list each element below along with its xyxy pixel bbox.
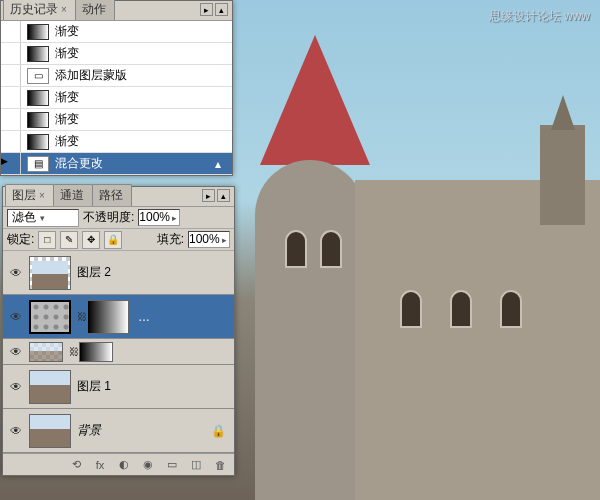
history-label: 渐变 bbox=[55, 89, 232, 106]
more-icon[interactable]: … bbox=[135, 310, 153, 324]
close-icon[interactable]: × bbox=[39, 190, 45, 201]
history-row[interactable]: 渐变 bbox=[1, 21, 232, 43]
lock-transparency-button[interactable]: □ bbox=[38, 231, 56, 249]
history-label: 渐变 bbox=[55, 45, 232, 62]
mask-thumbnail[interactable] bbox=[79, 342, 113, 362]
mask-link-icon[interactable]: ⛓ bbox=[69, 346, 79, 357]
adjustment-layer-button[interactable]: ◉ bbox=[140, 458, 156, 472]
dropdown-icon: ▾ bbox=[40, 213, 45, 223]
layer-thumbnail[interactable] bbox=[29, 370, 71, 404]
tab-actions[interactable]: 动作 bbox=[75, 0, 115, 20]
lock-fill-row: 锁定: □ ✎ ✥ 🔒 填充: 100% bbox=[3, 229, 234, 251]
layer-thumbnail[interactable] bbox=[29, 300, 71, 334]
history-tabbar: 历史记录× 动作 ▸ ▴ bbox=[1, 1, 232, 21]
castle-main bbox=[355, 180, 600, 500]
history-panel: 历史记录× 动作 ▸ ▴ 渐变 渐变 ▭添加图层蒙版 渐变 渐变 渐变 ▶▤混合… bbox=[0, 0, 233, 176]
castle-window bbox=[500, 290, 522, 328]
tab-channels[interactable]: 通道 bbox=[53, 184, 93, 206]
panel-collapse-icon[interactable]: ▴ bbox=[215, 3, 228, 16]
blend-mode-select[interactable]: 滤色▾ bbox=[7, 209, 79, 227]
history-label: 渐变 bbox=[55, 133, 232, 150]
history-row[interactable]: 渐变 bbox=[1, 131, 232, 153]
history-label: 渐变 bbox=[55, 111, 232, 128]
layer-row[interactable]: 图层 2 bbox=[3, 251, 234, 295]
link-layers-button[interactable]: ⟲ bbox=[68, 458, 84, 472]
opacity-input[interactable]: 100% bbox=[138, 209, 180, 226]
castle-tower-right bbox=[540, 125, 585, 225]
layer-name[interactable]: 图层 2 bbox=[77, 264, 230, 281]
visibility-toggle[interactable] bbox=[7, 422, 25, 440]
new-layer-button[interactable]: ◫ bbox=[188, 458, 204, 472]
tab-paths[interactable]: 路径 bbox=[92, 184, 132, 206]
layer-row-background[interactable]: 背景 🔒 bbox=[3, 409, 234, 453]
tab-layers[interactable]: 图层× bbox=[5, 184, 54, 206]
fill-label: 填充: bbox=[157, 231, 184, 248]
watermark-line: 思缘设计论坛 www bbox=[489, 8, 590, 25]
history-row[interactable]: 渐变 bbox=[1, 87, 232, 109]
layers-footer: ⟲ fx ◐ ◉ ▭ ◫ 🗑 bbox=[3, 453, 234, 475]
layers-tabbar: 图层× 通道 路径 ▸ ▴ bbox=[3, 187, 234, 207]
history-row[interactable]: ▭添加图层蒙版 bbox=[1, 65, 232, 87]
delete-layer-button[interactable]: 🗑 bbox=[212, 458, 228, 472]
castle-window bbox=[285, 230, 307, 268]
layer-thumbnail[interactable] bbox=[29, 342, 63, 362]
blend-opacity-row: 滤色▾ 不透明度: 100% bbox=[3, 207, 234, 229]
scroll-arrow-icon[interactable]: ▴ bbox=[215, 157, 226, 171]
lock-position-button[interactable]: ✥ bbox=[82, 231, 100, 249]
layer-thumbnail[interactable] bbox=[29, 414, 71, 448]
opacity-label: 不透明度: bbox=[83, 209, 134, 226]
castle-window bbox=[320, 230, 342, 268]
tab-history[interactable]: 历史记录× bbox=[3, 0, 76, 20]
layer-row-selected[interactable]: ⛓ … bbox=[3, 295, 234, 339]
history-label: 渐变 bbox=[55, 23, 232, 40]
layer-row[interactable]: 图层 1 bbox=[3, 365, 234, 409]
history-row[interactable]: 渐变 bbox=[1, 43, 232, 65]
lock-icon: 🔒 bbox=[211, 424, 226, 438]
layer-thumbnail[interactable] bbox=[29, 256, 71, 290]
visibility-toggle[interactable] bbox=[7, 378, 25, 396]
history-label: 添加图层蒙版 bbox=[55, 67, 232, 84]
close-icon[interactable]: × bbox=[61, 4, 67, 15]
lock-label: 锁定: bbox=[7, 231, 34, 248]
blend-mode-value: 滤色 bbox=[12, 209, 36, 226]
mask-thumbnail[interactable] bbox=[87, 300, 129, 334]
fx-button[interactable]: fx bbox=[92, 458, 108, 472]
history-row-selected[interactable]: ▶▤混合更改▴ bbox=[1, 153, 232, 175]
tab-layers-label: 图层 bbox=[12, 188, 36, 202]
lock-all-button[interactable]: 🔒 bbox=[104, 231, 122, 249]
panel-menu-icon[interactable]: ▸ bbox=[200, 3, 213, 16]
panel-collapse-icon[interactable]: ▴ bbox=[217, 189, 230, 202]
visibility-toggle[interactable] bbox=[7, 343, 25, 361]
layers-list: 图层 2 ⛓ … ⛓ 图层 1 背景 🔒 bbox=[3, 251, 234, 453]
layer-name[interactable]: 背景 bbox=[77, 422, 211, 439]
lock-pixels-button[interactable]: ✎ bbox=[60, 231, 78, 249]
mask-link-icon[interactable]: ⛓ bbox=[77, 311, 87, 322]
group-button[interactable]: ▭ bbox=[164, 458, 180, 472]
castle-window bbox=[400, 290, 422, 328]
castle-tower bbox=[255, 160, 365, 500]
panel-menu-icon[interactable]: ▸ bbox=[202, 189, 215, 202]
history-label: 混合更改 bbox=[55, 155, 232, 172]
mask-icon: ▭ bbox=[27, 68, 49, 84]
visibility-toggle[interactable] bbox=[7, 308, 25, 326]
history-list: 渐变 渐变 ▭添加图层蒙版 渐变 渐变 渐变 ▶▤混合更改▴ bbox=[1, 21, 232, 175]
blend-icon: ▤ bbox=[27, 156, 49, 172]
tab-history-label: 历史记录 bbox=[10, 2, 58, 16]
layer-row[interactable]: ⛓ bbox=[3, 339, 234, 365]
castle-roof bbox=[260, 35, 370, 165]
watermark: 思缘设计论坛 www bbox=[489, 8, 590, 25]
layer-name[interactable]: 图层 1 bbox=[77, 378, 230, 395]
castle-window bbox=[450, 290, 472, 328]
visibility-toggle[interactable] bbox=[7, 264, 25, 282]
layers-panel: 图层× 通道 路径 ▸ ▴ 滤色▾ 不透明度: 100% 锁定: □ ✎ ✥ 🔒… bbox=[2, 186, 235, 476]
fill-input[interactable]: 100% bbox=[188, 231, 230, 248]
history-row[interactable]: 渐变 bbox=[1, 109, 232, 131]
castle-spire bbox=[551, 95, 575, 130]
add-mask-button[interactable]: ◐ bbox=[116, 458, 132, 472]
current-marker-icon: ▶ bbox=[1, 156, 8, 166]
